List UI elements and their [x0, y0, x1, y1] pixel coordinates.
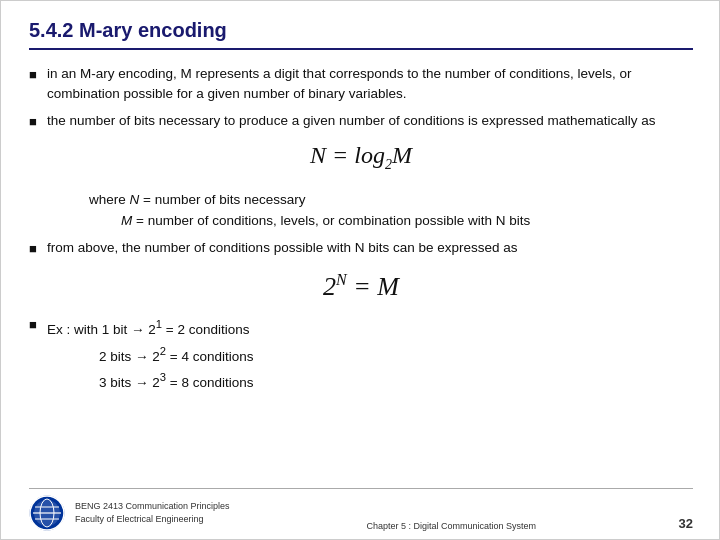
formula-2: 2N = M	[29, 271, 693, 302]
slide-content: ■ in an M-ary encoding, M represents a d…	[29, 64, 693, 488]
ex-line-1: Ex : with 1 bit → 21 = 2 conditions	[47, 315, 253, 341]
bullet-dot-1: ■	[29, 66, 39, 85]
slide-title: 5.4.2 M-ary encoding	[29, 19, 693, 50]
footer-line2: Faculty of Electrical Engineering	[75, 513, 230, 527]
bullet-text-2: the number of bits necessary to produce …	[47, 111, 656, 131]
footer-chapter: Chapter 5 : Digital Communication System	[240, 521, 663, 531]
footer-institution: BENG 2413 Communication Principles Facul…	[75, 500, 230, 527]
footer-page-number: 32	[673, 516, 693, 531]
footer-logo-icon	[29, 495, 65, 531]
slide: 5.4.2 M-ary encoding ■ in an M-ary encod…	[1, 1, 720, 540]
bullet-2: ■ the number of bits necessary to produc…	[29, 111, 693, 132]
ex-line-3: 3 bits → 23 = 8 conditions	[99, 368, 253, 394]
footer-left: BENG 2413 Communication Principles Facul…	[29, 495, 230, 531]
where-line-1: where N = number of bits necessary	[89, 189, 693, 211]
footer: BENG 2413 Communication Principles Facul…	[29, 488, 693, 531]
bullet-dot-3: ■	[29, 240, 39, 259]
ex-section: ■ Ex : with 1 bit → 21 = 2 conditions 2 …	[29, 315, 693, 394]
formula-2-text: 2N = M	[323, 271, 399, 302]
bullet-text-1: in an M-ary encoding, M represents a dig…	[47, 64, 693, 103]
where-block: where N = number of bits necessary M = n…	[89, 189, 693, 232]
from-above-section: ■ from above, the number of conditions p…	[29, 238, 693, 259]
from-above-text: from above, the number of conditions pos…	[47, 238, 518, 258]
ex-lines: Ex : with 1 bit → 21 = 2 conditions 2 bi…	[47, 315, 253, 394]
formula-1-text: N = log2M	[310, 142, 412, 173]
bullet-dot-2: ■	[29, 113, 39, 132]
bullet-dot-4: ■	[29, 317, 39, 332]
ex-line-2: 2 bits → 22 = 4 conditions	[99, 342, 253, 368]
formula-1: N = log2M	[29, 142, 693, 173]
where-line-2: M = number of conditions, levels, or com…	[121, 210, 693, 232]
bullet-1: ■ in an M-ary encoding, M represents a d…	[29, 64, 693, 103]
footer-line1: BENG 2413 Communication Principles	[75, 500, 230, 514]
